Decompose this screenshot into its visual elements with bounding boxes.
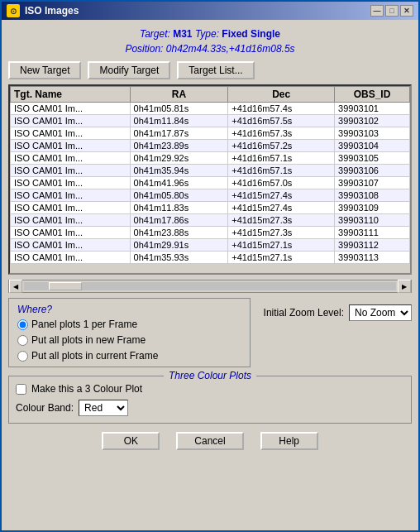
table-row[interactable]: ISO CAM01 Im...0h41m29.91s+41d15m27.1s39… [11,239,410,252]
table-cell-1-1: 0h41m11.84s [130,115,228,127]
help-button[interactable]: Help [260,432,318,450]
zoom-select[interactable]: No Zoom 2x 4x 8x [349,304,412,321]
table-cell-11-2: +41d15m27.1s [228,239,335,252]
table-cell-6-1: 0h41m41.96s [130,177,228,189]
window-icon: ⊙ [7,4,20,17]
table-row[interactable]: ISO CAM01 Im...0h41m11.83s+41d15m27.4s39… [11,202,410,214]
table-cell-12-1: 0h41m35.93s [130,252,228,264]
table-row[interactable]: ISO CAM01 Im...0h41m23.89s+41d16m57.2s39… [11,140,410,152]
table-cell-12-0: ISO CAM01 Im... [11,252,131,264]
table-cell-5-0: ISO CAM01 Im... [11,165,131,177]
radio-current-input[interactable] [17,351,28,362]
table-cell-2-3: 39903103 [335,127,410,140]
maximize-button[interactable]: □ [385,5,399,17]
zoom-label: Initial Zoom Level: [264,307,344,319]
table-row[interactable]: ISO CAM01 Im...0h41m17.87s+41d16m57.3s39… [11,127,410,140]
three-colour-legend: Three Colour Plots [164,370,256,381]
target-list-button[interactable]: Target List... [177,61,254,79]
bottom-buttons: OK Cancel Help [8,432,412,450]
where-label: Where? [17,304,241,315]
scroll-right-button[interactable]: ▶ [398,280,411,293]
table-cell-10-0: ISO CAM01 Im... [11,227,131,239]
type-label: Type: [193,28,222,40]
scroll-left-button[interactable]: ◀ [9,280,22,293]
target-line2: Position: 0h42m44.33s,+41d16m08.5s [8,41,412,56]
table-cell-6-3: 39903107 [335,177,410,189]
close-button[interactable]: ✕ [400,5,413,17]
table-cell-9-0: ISO CAM01 Im... [11,214,131,227]
radio-group: Panel plots 1 per Frame Put all plots in… [17,319,241,362]
table-cell-9-1: 0h41m17.86s [130,214,228,227]
table-cell-8-0: ISO CAM01 Im... [11,202,131,214]
radio-panel[interactable]: Panel plots 1 per Frame [17,319,241,330]
table-cell-7-2: +41d15m27.4s [228,189,335,202]
horizontal-scrollbar[interactable]: ◀ ▶ [8,280,412,293]
table-cell-2-2: +41d16m57.3s [228,127,335,140]
radio-new-input[interactable] [17,335,28,346]
table-row[interactable]: ISO CAM01 Im...0h41m35.93s+41d15m27.1s39… [11,252,410,264]
new-target-button[interactable]: New Target [8,61,81,79]
table-cell-12-3: 39903113 [335,252,410,264]
table-cell-12-2: +41d15m27.1s [228,252,335,264]
zoom-section: Initial Zoom Level: No Zoom 2x 4x 8x [264,304,412,321]
table-cell-6-0: ISO CAM01 Im... [11,177,131,189]
radio-panel-input[interactable] [17,319,28,330]
table-cell-11-1: 0h41m29.91s [130,239,228,252]
three-colour-row: Make this a 3 Colour Plot [16,383,404,395]
table-cell-10-3: 39903111 [335,227,410,239]
table-cell-4-0: ISO CAM01 Im... [11,152,131,165]
col-header-ra: RA [130,87,228,103]
scroll-thumb[interactable] [49,282,82,290]
table-cell-7-3: 39903108 [335,189,410,202]
target-name: M31 [173,28,192,40]
table-cell-2-1: 0h41m17.87s [130,127,228,140]
col-header-obs-id: OBS_ID [335,87,410,103]
table-cell-8-1: 0h41m11.83s [130,202,228,214]
table-cell-7-1: 0h41m05.80s [130,189,228,202]
table-row[interactable]: ISO CAM01 Im...0h41m29.92s+41d16m57.1s39… [11,152,410,165]
table-cell-3-3: 39903104 [335,140,410,152]
table-row[interactable]: ISO CAM01 Im...0h41m11.84s+41d16m57.5s39… [11,115,410,127]
table-row[interactable]: ISO CAM01 Im...0h41m41.96s+41d16m57.0s39… [11,177,410,189]
table-cell-9-2: +41d15m27.3s [228,214,335,227]
where-section: Where? Panel plots 1 per Frame Put all p… [8,298,251,367]
titlebar: ⊙ ISO Images — □ ✕ [2,2,418,20]
table-row[interactable]: ISO CAM01 Im...0h41m23.88s+41d15m27.3s39… [11,227,410,239]
minimize-button[interactable]: — [370,5,384,17]
table-cell-11-0: ISO CAM01 Im... [11,239,131,252]
where-container: Where? Panel plots 1 per Frame Put all p… [8,298,412,367]
cancel-button[interactable]: Cancel [176,432,243,450]
table-cell-5-1: 0h41m35.94s [130,165,228,177]
table-cell-1-0: ISO CAM01 Im... [11,115,131,127]
colour-band-select[interactable]: Red Green Blue [79,400,128,416]
col-header-dec: Dec [228,87,335,103]
table-cell-7-0: ISO CAM01 Im... [11,189,131,202]
table-row[interactable]: ISO CAM01 Im...0h41m35.94s+41d16m57.1s39… [11,165,410,177]
data-table-container: Tgt. Name RA Dec OBS_ID ISO CAM01 Im...0… [8,84,412,275]
type-value: Fixed Single [222,28,280,40]
table-scroll[interactable]: Tgt. Name RA Dec OBS_ID ISO CAM01 Im...0… [10,86,410,273]
table-cell-4-1: 0h41m29.92s [130,152,228,165]
colour-band-label: Colour Band: [16,402,74,414]
table-cell-2-0: ISO CAM01 Im... [11,127,131,140]
action-buttons: New Target Modify Target Target List... [8,61,412,79]
table-cell-10-1: 0h41m23.88s [130,227,228,239]
position-value: 0h42m44.33s,+41d16m08.5s [166,43,295,55]
ok-button[interactable]: OK [102,432,160,450]
table-cell-3-2: +41d16m57.2s [228,140,335,152]
table-row[interactable]: ISO CAM01 Im...0h41m05.81s+41d16m57.4s39… [11,103,410,115]
table-row[interactable]: ISO CAM01 Im...0h41m05.80s+41d15m27.4s39… [11,189,410,202]
radio-new-frame[interactable]: Put all plots in new Frame [17,334,241,346]
table-row[interactable]: ISO CAM01 Im...0h41m17.86s+41d15m27.3s39… [11,214,410,227]
table-cell-11-3: 39903112 [335,239,410,252]
three-colour-checkbox[interactable] [16,384,26,395]
titlebar-buttons: — □ ✕ [370,5,413,17]
window-title: ISO Images [25,5,79,17]
target-info: Target: M31 Type: Fixed Single Position:… [8,26,412,56]
radio-current-frame[interactable]: Put all plots in current Frame [17,350,241,362]
table-cell-8-3: 39903109 [335,202,410,214]
position-label: Position: [125,43,165,55]
modify-target-button[interactable]: Modify Target [88,61,170,79]
table-cell-9-3: 39903110 [335,214,410,227]
observations-table: Tgt. Name RA Dec OBS_ID ISO CAM01 Im...0… [10,86,410,264]
